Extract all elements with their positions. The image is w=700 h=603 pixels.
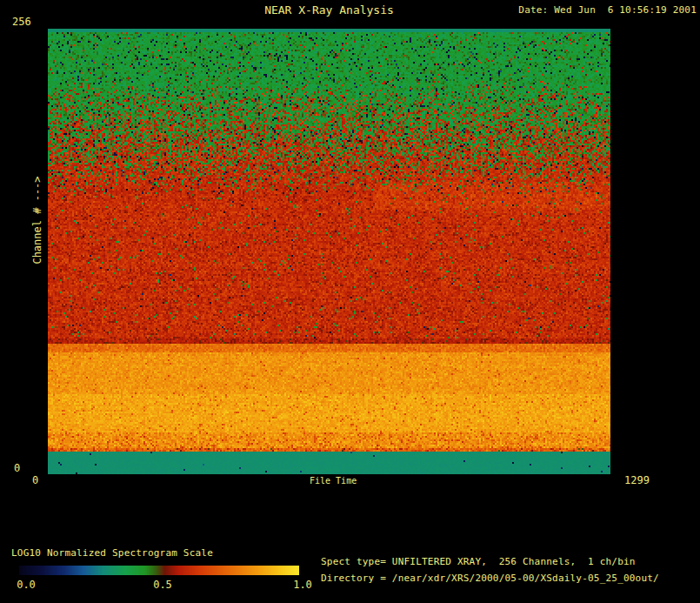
colorbar-tick-min: 0.0 [17,580,36,591]
y-axis-max-tick: 256 [12,17,31,28]
directory-line: Directory = /near/xdr/XRS/2000/05-00/XSd… [321,573,659,584]
spectrogram-image [48,29,610,474]
colorbar-gradient [19,566,299,575]
y-axis-min-tick: 0 [14,463,20,474]
x-axis-min-tick: 0 [32,475,38,486]
colorbar-tick-max: 1.0 [293,580,312,591]
colorbar-tick-mid: 0.5 [153,580,172,591]
y-axis-label: Channel # ---> [32,176,43,264]
x-axis-max-tick: 1299 [624,475,650,486]
spect-type-line: Spect type= UNFILTERED XRAY, 256 Channel… [321,557,636,567]
colorbar-label: LOG10 Normalized Spectrogram Scale [11,548,213,559]
x-axis-label: File Time [310,476,357,486]
datetime-label: Date: Wed Jun 6 10:56:19 2001 [518,5,697,16]
